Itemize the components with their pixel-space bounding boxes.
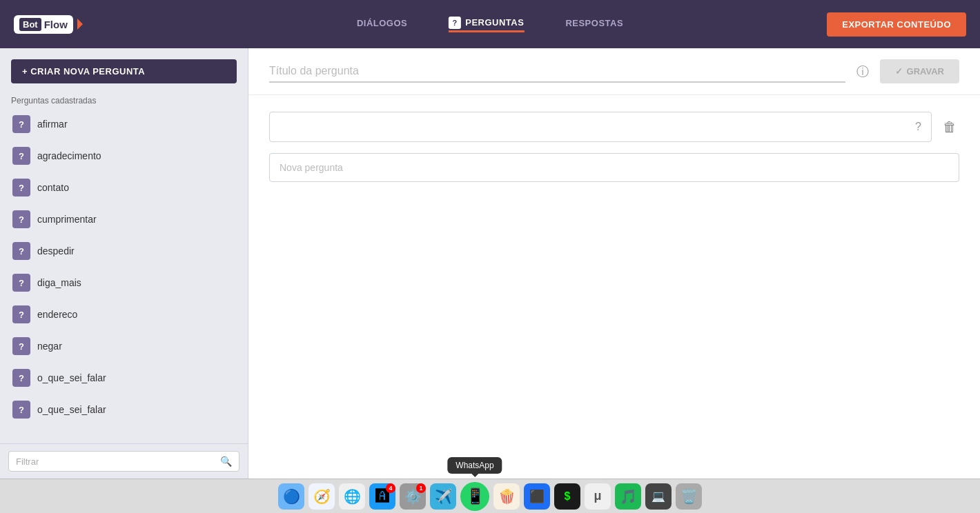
question-box[interactable]: ?	[269, 112, 932, 142]
header: Bot Flow DIÁLOGOS ? PERGUNTAS RESPOSTAS …	[0, 0, 980, 48]
list-item[interactable]: ? o_que_sei_falar	[6, 394, 242, 425]
question-row: ? 🗑	[269, 112, 959, 142]
sidebar-list: ? afirmar ? agradecimento ? contato ? cu…	[0, 108, 248, 443]
nav-item-dialogos[interactable]: DIÁLOGOS	[357, 18, 407, 31]
content-header: ⓘ ✓ GRAVAR	[248, 48, 980, 95]
item-icon: ?	[12, 305, 30, 323]
logo-bot-text: Bot	[19, 18, 41, 31]
item-icon: ?	[12, 242, 30, 260]
list-item[interactable]: ? endereco	[6, 299, 242, 330]
item-label: o_que_sei_falar	[37, 372, 106, 383]
delete-icon[interactable]: 🗑	[940, 117, 959, 138]
list-item[interactable]: ? cumprimentar	[6, 203, 242, 235]
question-title-input[interactable]	[269, 61, 845, 83]
content-body: ? 🗑	[248, 95, 980, 199]
item-label: cumprimentar	[37, 214, 97, 225]
export-button[interactable]: EXPORTAR CONTEÚDO	[827, 12, 966, 37]
sidebar-filter-area: 🔍	[0, 443, 248, 479]
item-label: negar	[37, 341, 62, 352]
sidebar-top: + CRIAR NOVA PERGUNTA	[0, 48, 248, 90]
nav-item-respostas[interactable]: RESPOSTAS	[565, 18, 623, 31]
item-label: endereco	[37, 309, 77, 320]
list-item[interactable]: ? despedir	[6, 235, 242, 267]
dock-popcorn-icon[interactable]: 🍿	[493, 483, 520, 510]
sidebar: + CRIAR NOVA PERGUNTA Perguntas cadastra…	[0, 48, 248, 479]
dock-telegram-icon[interactable]: ✈️	[430, 483, 456, 510]
content-area: ⓘ ✓ GRAVAR ? 🗑	[248, 48, 980, 479]
logo-area: Bot Flow	[14, 15, 83, 34]
dock-whatsapp-wrapper: WhatsApp 📱	[460, 482, 489, 511]
filter-input-wrapper[interactable]: 🔍	[8, 451, 239, 472]
dock-safari-icon[interactable]: 🧭	[308, 483, 335, 510]
dock-spotify-icon[interactable]: 🎵	[615, 483, 641, 510]
item-icon: ?	[12, 337, 30, 355]
item-icon: ?	[12, 147, 30, 165]
nav-label-dialogos: DIÁLOGOS	[357, 18, 407, 28]
list-item[interactable]: ? diga_mais	[6, 267, 242, 299]
main-nav: DIÁLOGOS ? PERGUNTAS RESPOSTAS	[357, 17, 623, 32]
item-label: contato	[37, 182, 69, 193]
appstore-badge: 4	[386, 483, 395, 493]
list-item[interactable]: ? negar	[6, 330, 242, 362]
nav-label-perguntas: PERGUNTAS	[465, 17, 524, 28]
save-button[interactable]: ✓ GRAVAR	[880, 59, 959, 83]
dock-finder-icon[interactable]: 🔵	[278, 483, 304, 510]
logo-box: Bot Flow	[14, 15, 73, 34]
item-icon: ?	[12, 115, 30, 133]
settings-badge: 1	[416, 483, 426, 493]
list-item[interactable]: ? o_que_sei_falar	[6, 362, 242, 394]
dock-mu-icon[interactable]: μ	[585, 483, 611, 510]
item-label: afirmar	[37, 119, 68, 130]
item-label: diga_mais	[37, 277, 81, 288]
logo-flow-text: Flow	[44, 19, 68, 30]
main-layout: + CRIAR NOVA PERGUNTA Perguntas cadastra…	[0, 48, 980, 479]
new-question-input[interactable]	[269, 153, 959, 182]
list-item[interactable]: ? agradecimento	[6, 140, 242, 172]
dock-bar: 🔵 🧭 🌐 🅰 4 ⚙️ 1 ✈️ WhatsApp 📱 🍿 ⬛ $ μ 🎵 💻…	[0, 479, 980, 513]
dock-appstore-icon[interactable]: 🅰 4	[369, 483, 395, 510]
checkmark-icon: ✓	[895, 66, 903, 77]
dock-code2-icon[interactable]: 💻	[645, 483, 672, 510]
save-btn-label: GRAVAR	[907, 66, 944, 77]
dock-trash-icon[interactable]: 🗑️	[676, 483, 702, 510]
dock-settings-icon[interactable]: ⚙️ 1	[400, 483, 426, 510]
item-label: o_que_sei_falar	[37, 404, 106, 415]
sidebar-section-label: Perguntas cadastradas	[0, 90, 248, 108]
dock-chrome-icon[interactable]: 🌐	[339, 483, 365, 510]
item-label: despedir	[37, 245, 75, 256]
item-icon: ?	[12, 401, 30, 419]
item-icon: ?	[12, 369, 30, 387]
nav-item-perguntas[interactable]: ? PERGUNTAS	[449, 17, 524, 32]
list-item[interactable]: ? contato	[6, 172, 242, 203]
new-question-row	[269, 153, 959, 182]
item-label: agradecimento	[37, 150, 101, 161]
create-question-button[interactable]: + CRIAR NOVA PERGUNTA	[11, 59, 237, 83]
nav-label-respostas: RESPOSTAS	[565, 18, 623, 28]
info-icon[interactable]: ⓘ	[856, 63, 869, 80]
filter-input[interactable]	[16, 456, 216, 467]
dock-whatsapp-icon[interactable]: 📱	[460, 482, 489, 511]
question-mark-icon: ?	[915, 121, 921, 133]
item-icon: ?	[12, 179, 30, 197]
dock-terminal-icon[interactable]: $	[554, 483, 580, 510]
list-item[interactable]: ? afirmar	[6, 108, 242, 140]
nav-badge-perguntas: ?	[449, 17, 461, 29]
item-icon: ?	[12, 274, 30, 292]
dock-vscode-icon[interactable]: ⬛	[524, 483, 550, 510]
search-icon: 🔍	[220, 456, 232, 467]
item-icon: ?	[12, 210, 30, 228]
logo-triangle-icon	[77, 19, 83, 30]
